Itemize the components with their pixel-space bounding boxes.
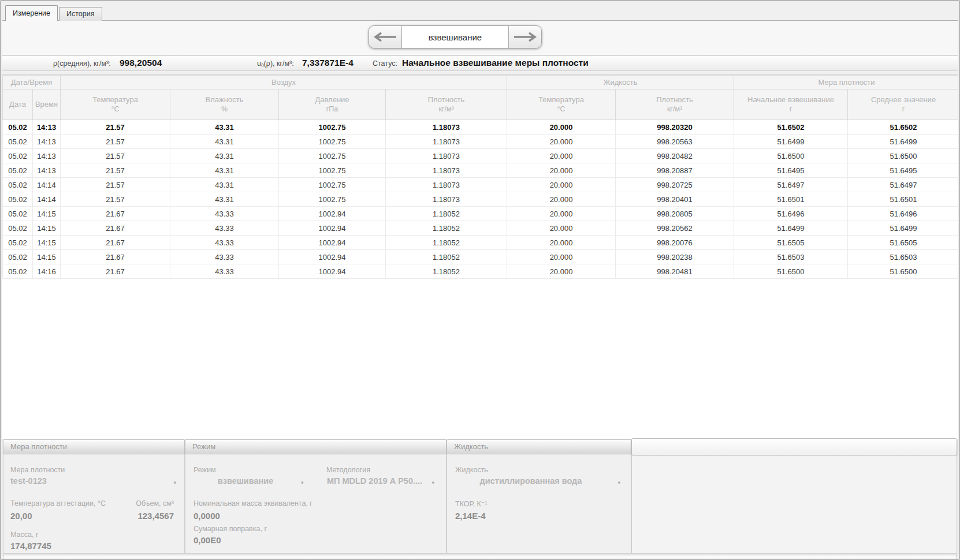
- table-cell: 51.6499: [848, 135, 958, 149]
- table-cell: 51.6503: [734, 250, 848, 264]
- density-measure-field-label: Мера плотности: [10, 466, 65, 474]
- table-row[interactable]: 05.0214:1621.6743.331002.941.1805220.000…: [3, 264, 958, 279]
- table-cell: 05.02: [3, 120, 33, 135]
- methodology-select[interactable]: МП MDLD 2019 А Р50....: [324, 476, 425, 486]
- tab-istoriya[interactable]: История: [59, 7, 102, 21]
- table-cell: 1002.94: [279, 236, 386, 250]
- table-cell: 14:13: [33, 135, 61, 149]
- tab-izmerenie[interactable]: Измерение: [5, 5, 58, 21]
- column-group-header: Жидкость: [507, 76, 734, 89]
- tab-page: взвешивание: [2, 20, 958, 55]
- table-cell: 20.000: [507, 120, 616, 135]
- table-cell: 21.67: [61, 207, 170, 221]
- column-header[interactable]: Время: [33, 89, 61, 120]
- table-row[interactable]: 05.0214:1521.6743.331002.941.1805220.000…: [3, 207, 958, 221]
- panel-empty-header[interactable]: [631, 438, 957, 456]
- table-row[interactable]: 05.0214:1521.6743.331002.941.1805220.000…: [3, 236, 958, 250]
- table-cell: 43.33: [170, 221, 279, 236]
- table-cell: 21.57: [61, 149, 170, 163]
- table-row[interactable]: 05.0214:1321.5743.311002.751.1807320.000…: [3, 149, 958, 163]
- table-cell: 14:15: [33, 250, 61, 264]
- table-cell: 51.6501: [848, 192, 958, 207]
- table-row[interactable]: 05.0214:1521.6743.331002.941.1805220.000…: [3, 250, 958, 264]
- liquid-select[interactable]: дистиллированная вода: [455, 476, 606, 486]
- table-cell: 1.18052: [386, 236, 507, 250]
- panel-title: Жидкость: [454, 442, 488, 451]
- table-cell: 51.6503: [848, 250, 958, 264]
- table-cell: 20.000: [507, 207, 616, 221]
- column-header[interactable]: Плотностькг/м³: [616, 89, 734, 120]
- table-cell: 51.6496: [734, 207, 848, 221]
- table-cell: 1.18073: [386, 135, 507, 149]
- table-cell: 05.02: [3, 236, 33, 250]
- arrow-right-icon: [512, 31, 538, 43]
- tab-strip: Измерение История: [5, 5, 102, 21]
- prev-step-button[interactable]: [369, 26, 401, 48]
- table-cell: 14:14: [33, 192, 61, 207]
- column-header[interactable]: Температура°С: [61, 89, 170, 120]
- table-cell: 43.33: [170, 264, 279, 279]
- chevron-down-icon[interactable]: ▾: [617, 480, 620, 486]
- column-header[interactable]: Плотностькг/м³: [386, 89, 507, 120]
- table-row[interactable]: 05.0214:1321.5743.311002.751.1807320.000…: [3, 120, 958, 135]
- table-cell: 998.20481: [616, 264, 734, 279]
- table-cell: 998.20563: [616, 135, 734, 149]
- column-header[interactable]: Температура°С: [507, 89, 616, 120]
- table-row[interactable]: 05.0214:1421.5743.311002.751.1807320.000…: [3, 192, 958, 207]
- table-cell: 1002.75: [279, 120, 386, 135]
- table-cell: 21.67: [61, 250, 170, 264]
- chevron-down-icon[interactable]: ▾: [431, 480, 434, 486]
- column-header[interactable]: Дата: [3, 89, 33, 120]
- table-cell: 20.000: [507, 163, 616, 178]
- panel-liquid-header[interactable]: Жидкость: [446, 439, 631, 454]
- attestation-temp-label: Температура аттестации, °С: [10, 499, 106, 507]
- chevron-down-icon[interactable]: ▾: [173, 480, 176, 486]
- table-cell: 20.000: [507, 236, 616, 250]
- volume-value: 123,4567: [137, 511, 174, 521]
- panel-mode-header[interactable]: Режим: [185, 439, 446, 454]
- table-cell: 20.000: [507, 178, 616, 192]
- table-cell: 51.6497: [848, 178, 958, 192]
- column-header[interactable]: Влажность%: [170, 89, 279, 120]
- next-step-button[interactable]: [509, 26, 541, 48]
- table-cell: 21.57: [61, 163, 170, 178]
- table-row[interactable]: 05.0214:1521.6743.331002.941.1805220.000…: [3, 221, 958, 236]
- mode-field-label: Режим: [194, 466, 216, 474]
- table-cell: 998.20238: [616, 250, 734, 264]
- density-measure-select[interactable]: test-0123: [10, 476, 47, 486]
- table-cell: 51.6502: [848, 120, 958, 135]
- table-body: 05.0214:1321.5743.311002.751.1807320.000…: [3, 120, 958, 279]
- panel-liquid-body: Жидкость дистиллированная вода ▾ ТКОР, К…: [446, 454, 631, 554]
- table-cell: 05.02: [3, 221, 33, 236]
- uncertainty-label: uₐ(ρ), кг/м³:: [257, 59, 294, 68]
- collapsed-panel-strip[interactable]: [3, 555, 957, 560]
- table-row[interactable]: 05.0214:1421.5743.311002.751.1807320.000…: [3, 178, 958, 192]
- table-cell: 1.18073: [386, 120, 507, 135]
- chevron-down-icon[interactable]: ▾: [301, 480, 304, 486]
- table-row[interactable]: 05.0214:1321.5743.311002.751.1807320.000…: [3, 163, 958, 178]
- table-cell: 51.6505: [848, 236, 958, 250]
- table-cell: 1002.94: [279, 207, 386, 221]
- app-window: Измерение История взвешивание ρ(средняя)…: [0, 0, 960, 560]
- table-cell: 05.02: [3, 250, 33, 264]
- total-correction-value: 0,00E0: [194, 535, 221, 545]
- column-header[interactable]: ДавлениегПа: [279, 89, 386, 120]
- table-cell: 20.000: [507, 250, 616, 264]
- table-cell: 998.20887: [616, 163, 734, 178]
- column-group-header: Дата/Время: [3, 76, 61, 89]
- table-cell: 998.20562: [616, 221, 734, 236]
- table-cell: 998.20320: [616, 120, 734, 135]
- table-cell: 1.18052: [386, 207, 507, 221]
- table-row[interactable]: 05.0214:1321.5743.311002.751.1807320.000…: [3, 135, 958, 149]
- mode-select[interactable]: взвешивание: [194, 476, 297, 486]
- table-cell: 998.20076: [616, 236, 734, 250]
- panel-density-measure-header[interactable]: Мера плотности: [3, 439, 185, 454]
- measurement-table-area: Дата/ВремяВоздухЖидкостьМера плотностиДа…: [2, 74, 958, 439]
- table-cell: 14:13: [33, 149, 61, 163]
- table-cell: 43.31: [170, 149, 279, 163]
- table-cell: 05.02: [3, 135, 33, 149]
- table-cell: 20.000: [507, 264, 616, 279]
- table-cell: 51.6501: [734, 192, 848, 207]
- column-header[interactable]: Среднее значениег: [848, 89, 958, 120]
- column-header[interactable]: Начальное взвешиваниег: [734, 89, 848, 120]
